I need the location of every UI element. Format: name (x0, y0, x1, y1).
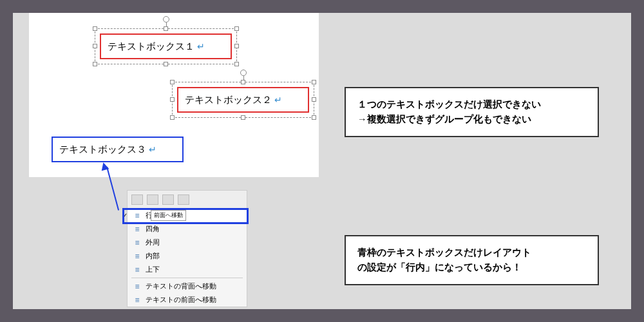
checkmark-icon: ✓ (122, 212, 128, 219)
canvas-background: テキストボックス１ ↵ テキストボックス２ ↵ テキストボックス３ ↵ (13, 13, 631, 309)
textbox-1[interactable]: テキストボックス１ ↵ (100, 33, 232, 59)
menu-item-inline[interactable]: ✓ 行内 前面へ移動 (128, 209, 247, 222)
ribbon-strip (128, 191, 247, 209)
wrap-front-icon (133, 296, 142, 304)
menu-item-front-text[interactable]: テキストの前面へ移動 (128, 293, 247, 307)
menu-item-label: 外周 (146, 238, 160, 247)
menu-item-tight[interactable]: 外周 (128, 236, 247, 249)
note-line: の設定が「行内」になっているから！ (357, 260, 586, 275)
ribbon-button-icon[interactable] (162, 194, 174, 205)
ribbon-button-icon[interactable] (178, 194, 189, 205)
tooltip: 前面へ移動 (151, 210, 186, 221)
note-line: １つのテキストボックスだけ選択できない (357, 97, 586, 112)
wrap-tight-icon (133, 239, 142, 247)
menu-item-through[interactable]: 内部 (128, 249, 247, 263)
menu-divider (131, 278, 243, 278)
menu-item-label: 四角 (146, 224, 160, 234)
paragraph-mark-icon: ↵ (149, 144, 156, 155)
wrap-square-icon (133, 225, 142, 233)
textbox-3[interactable]: テキストボックス３ ↵ (52, 137, 184, 162)
note-line: 青枠のテキストボックスだけレイアウト (357, 245, 586, 260)
menu-item-square[interactable]: 四角 (128, 222, 247, 236)
rotate-handle-icon[interactable] (163, 16, 169, 23)
text-wrapping-menu: ✓ 行内 前面へ移動 四角 外周 内部 上下 テキストの背面へ移動 テキスト (127, 190, 247, 307)
textbox-2-text: テキストボックス２ (185, 94, 272, 106)
menu-item-label: テキストの背面へ移動 (146, 281, 216, 291)
menu-item-top-bottom[interactable]: 上下 (128, 263, 247, 276)
menu-item-label: 上下 (146, 265, 160, 274)
document-area: テキストボックス１ ↵ テキストボックス２ ↵ テキストボックス３ ↵ (29, 13, 319, 177)
note-line: →複数選択できずグループ化もできない (357, 112, 586, 127)
ribbon-button-icon[interactable] (131, 194, 143, 205)
paragraph-mark-icon: ↵ (197, 41, 205, 52)
wrap-through-icon (133, 252, 142, 260)
textbox-3-text: テキストボックス３ (59, 144, 146, 156)
rotate-handle-icon[interactable] (240, 70, 247, 76)
menu-item-behind-text[interactable]: テキストの背面へ移動 (128, 279, 247, 293)
explanation-note-1: １つのテキストボックスだけ選択できない →複数選択できずグループ化もできない (345, 87, 599, 137)
explanation-note-2: 青枠のテキストボックスだけレイアウト の設定が「行内」になっているから！ (345, 235, 599, 285)
menu-item-label: テキストの前面へ移動 (146, 295, 216, 305)
wrap-top-bottom-icon (133, 266, 142, 274)
menu-item-label: 内部 (146, 251, 160, 261)
ribbon-button-icon[interactable] (147, 194, 158, 205)
textbox-2[interactable]: テキストボックス２ ↵ (177, 87, 309, 113)
wrap-inline-icon (133, 212, 142, 220)
wrap-behind-icon (133, 283, 142, 290)
textbox-1-text: テキストボックス１ (108, 41, 194, 53)
paragraph-mark-icon: ↵ (274, 95, 282, 105)
